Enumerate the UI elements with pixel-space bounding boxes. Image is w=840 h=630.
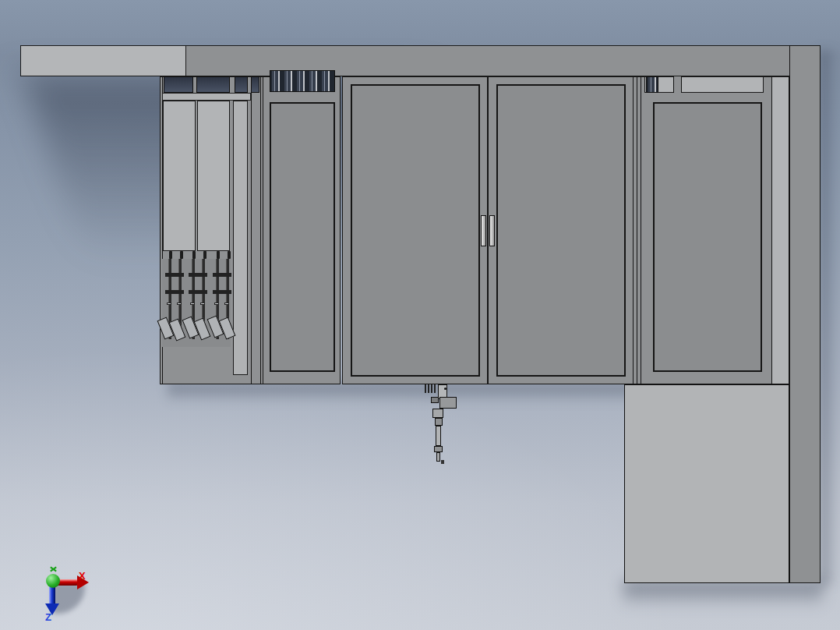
- dispenser-joint: [435, 418, 443, 426]
- right-top-band: [644, 76, 764, 93]
- feeder-marker: [177, 303, 182, 305]
- panel-clip: [217, 251, 220, 259]
- dispenser-clamp: [432, 409, 443, 418]
- feeder-crossbar: [189, 290, 207, 294]
- origin-sphere-icon[interactable]: [46, 574, 60, 588]
- dispenser-rod: [436, 426, 441, 446]
- dispenser-screw: [444, 388, 446, 390]
- panel-clip: [192, 251, 196, 259]
- z-axis-label: Z: [45, 612, 51, 622]
- feeder-marker: [167, 303, 171, 305]
- feeder-crossbar: [213, 290, 231, 294]
- door-right-handle[interactable]: [489, 215, 495, 246]
- panel-clip: [180, 251, 183, 259]
- cad-viewport[interactable]: X Z: [0, 0, 840, 630]
- dispenser-fitting: [434, 446, 443, 452]
- left-window-1[interactable]: [164, 76, 193, 93]
- left-narrow-panel[interactable]: [233, 101, 248, 375]
- door-right-panel[interactable]: [496, 84, 626, 377]
- panel-clip: [228, 251, 231, 259]
- inner-cabinet-door[interactable]: [270, 102, 335, 372]
- door-left-panel[interactable]: [351, 84, 480, 377]
- left-window-4[interactable]: [251, 76, 259, 93]
- right-light-strip: [771, 76, 789, 384]
- right-cabinet-line-2: [641, 76, 641, 384]
- left-divider-line-2: [260, 76, 261, 384]
- door-left-handle[interactable]: [481, 215, 486, 246]
- dispenser-head[interactable]: [423, 384, 462, 464]
- x-axis-label: X: [79, 571, 86, 581]
- panel-clip: [169, 251, 172, 259]
- inner-cabinet-window[interactable]: [270, 70, 335, 92]
- dispenser-nozzle: [436, 452, 440, 462]
- top-beam-left[interactable]: [20, 45, 186, 76]
- right-band-divider: [673, 76, 682, 93]
- left-window-3[interactable]: [235, 76, 248, 93]
- feeder-mechanism[interactable]: [162, 259, 231, 347]
- dispenser-fin: [431, 384, 432, 393]
- dispenser-block: [439, 397, 457, 409]
- lower-right-cabinet[interactable]: [624, 384, 789, 583]
- right-top-window[interactable]: [646, 76, 658, 93]
- left-cabinet-sill: [162, 93, 251, 101]
- feeder-crossbar: [165, 290, 184, 294]
- feeder-crossbar: [189, 273, 207, 277]
- feeder-marker: [190, 303, 195, 305]
- dispenser-fin: [425, 384, 426, 393]
- dispenser-bracket: [431, 397, 439, 403]
- dispenser-fin: [434, 384, 436, 393]
- right-cabinet-line-1: [637, 76, 637, 384]
- feeder-crossbar: [165, 273, 184, 277]
- feeder-marker: [214, 303, 219, 305]
- dispenser-tip: [441, 460, 444, 464]
- feeder-crossbar: [213, 273, 231, 277]
- right-column[interactable]: [789, 45, 821, 583]
- left-slide-panel-2[interactable]: [197, 101, 230, 251]
- left-slide-panel-1[interactable]: [163, 101, 196, 251]
- left-window-2[interactable]: [196, 76, 230, 93]
- feeder-marker: [200, 303, 205, 305]
- dispenser-fin: [428, 384, 429, 393]
- feeder-marker: [224, 303, 229, 305]
- left-divider-line-1: [251, 76, 252, 384]
- right-cabinet-door[interactable]: [653, 102, 762, 372]
- panel-clip: [203, 251, 206, 259]
